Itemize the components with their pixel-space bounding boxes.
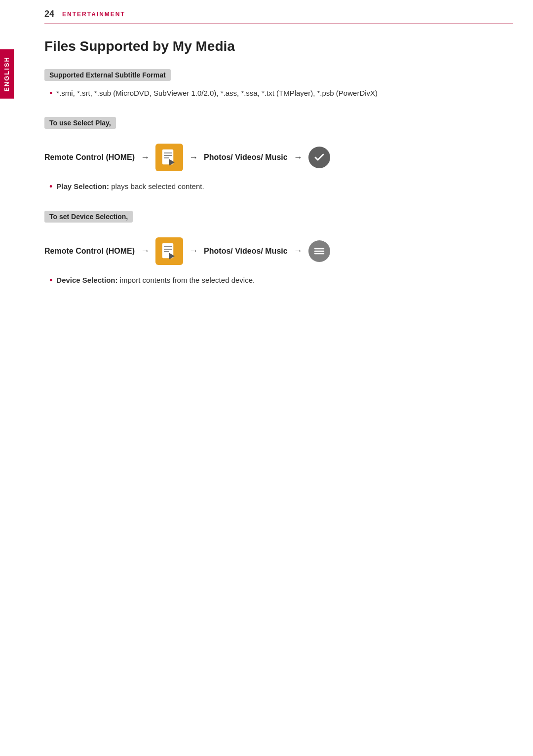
- select-play-bullet-text: Play Selection: plays back selected cont…: [56, 181, 204, 192]
- device-selection-bullet-text: Device Selection: import contents from t…: [56, 275, 255, 286]
- select-play-arrow2: →: [189, 152, 198, 163]
- device-selection-arrow1: →: [141, 246, 150, 256]
- select-play-media-icon: [155, 144, 183, 171]
- bullet-dot-3: •: [49, 275, 52, 286]
- device-selection-arrow3: →: [294, 246, 303, 256]
- device-selection-tag: To set Device Selection,: [44, 211, 133, 223]
- device-selection-photos-label: Photos/ Videos/ Music: [204, 247, 288, 256]
- device-selection-arrow2: →: [189, 246, 198, 256]
- device-media-icon-svg: [160, 242, 179, 261]
- select-play-remote-row: Remote Control (HOME) → → Photos/ Videos…: [44, 144, 513, 171]
- side-tab-english: ENGLISH: [0, 49, 14, 99]
- page-number: 24: [44, 9, 54, 19]
- section-label: ENTERTAINMENT: [62, 11, 125, 18]
- select-play-desc: plays back selected content.: [109, 182, 204, 190]
- subtitle-format-section: Supported External Subtitle Format • *.s…: [44, 69, 513, 99]
- menu-icon-svg: [313, 245, 326, 258]
- subtitle-format-tag: Supported External Subtitle Format: [44, 69, 171, 81]
- device-selection-remote-row: Remote Control (HOME) → → Photos/ Videos…: [44, 237, 513, 265]
- main-content: 24 ENTERTAINMENT Files Supported by My M…: [25, 0, 533, 324]
- device-selection-section: To set Device Selection, Remote Control …: [44, 211, 513, 286]
- subtitle-format-bullet: • *.smi, *.srt, *.sub (MicroDVD, SubView…: [44, 88, 513, 99]
- page-header: 24 ENTERTAINMENT: [44, 0, 513, 24]
- media-icon-svg: [160, 148, 179, 167]
- bullet-dot-2: •: [49, 181, 52, 192]
- select-play-section: To use Select Play, Remote Control (HOME…: [44, 117, 513, 192]
- select-play-arrow3: →: [294, 152, 303, 163]
- device-selection-media-icon: [155, 237, 183, 265]
- device-selection-desc: import contents from the selected device…: [118, 276, 255, 284]
- bullet-dot: •: [49, 88, 52, 99]
- page-title: Files Supported by My Media: [44, 38, 513, 54]
- select-play-arrow1: →: [141, 152, 150, 163]
- select-play-check-icon: [308, 147, 330, 168]
- select-play-remote-label: Remote Control (HOME): [44, 153, 135, 162]
- select-play-photos-label: Photos/ Videos/ Music: [204, 153, 288, 162]
- device-selection-bullet: • Device Selection: import contents from…: [44, 275, 513, 286]
- select-play-bold: Play Selection:: [56, 182, 109, 190]
- subtitle-format-text: *.smi, *.srt, *.sub (MicroDVD, SubViewer…: [56, 88, 378, 99]
- device-selection-bold: Device Selection:: [56, 276, 117, 284]
- check-icon-svg: [313, 151, 325, 163]
- device-selection-remote-label: Remote Control (HOME): [44, 247, 135, 256]
- select-play-tag: To use Select Play,: [44, 117, 116, 129]
- device-selection-menu-icon: [308, 240, 330, 262]
- select-play-bullet: • Play Selection: plays back selected co…: [44, 181, 513, 192]
